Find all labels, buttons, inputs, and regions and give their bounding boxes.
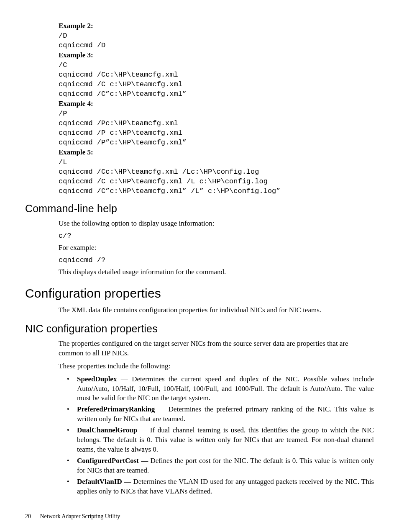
config-block: The XML data file contains configuration…: [59, 306, 374, 315]
property-name: SpeedDuplex: [77, 375, 117, 383]
command-line-help-block: Use the following option to display usag…: [59, 219, 374, 277]
examples-block: Example 2: /D cqniccmd /D Example 3: /C …: [59, 22, 374, 195]
heading-command-line-help: Command-line help: [25, 203, 374, 215]
property-item: DualChannelGroup — If dual channel teami…: [77, 426, 374, 455]
example-5-flag: /L: [59, 158, 374, 166]
nic-config-block: The properties configured on the target …: [59, 339, 374, 496]
page-number: 20: [25, 513, 31, 520]
example-5-label: Example 5:: [59, 148, 374, 157]
nicconfig-p1: The properties configured on the target …: [59, 339, 374, 358]
example-3-line: cqniccmd /C c:\HP\teamcfg.xml: [59, 80, 374, 88]
cmdhelp-option: c/?: [59, 232, 374, 240]
cmdhelp-outro: This displays detailed usage information…: [59, 267, 374, 277]
property-item: PreferedPrimaryRanking — Determines the …: [77, 405, 374, 424]
example-4-line: cqniccmd /P c:\HP\teamcfg.xml: [59, 129, 374, 137]
nicconfig-properties-list: SpeedDuplex — Determines the current spe…: [59, 375, 374, 496]
property-name: DualChannelGroup: [77, 426, 137, 434]
cmdhelp-example-cmd: cqniccmd /?: [59, 256, 374, 264]
example-2-line: cqniccmd /D: [59, 41, 374, 49]
cmdhelp-for-example: For example:: [59, 243, 374, 253]
property-desc: — Determines the current speed and duple…: [77, 375, 374, 402]
example-3-line: cqniccmd /C”c:\HP\teamcfg.xml”: [59, 90, 374, 98]
property-item: ConfiguredPortCost — Defines the port co…: [77, 456, 374, 475]
config-intro: The XML data file contains configuration…: [59, 306, 374, 315]
nicconfig-p2: These properties include the following:: [59, 362, 374, 371]
cmdhelp-intro: Use the following option to display usag…: [59, 219, 374, 229]
footer-title: Network Adapter Scripting Utility: [40, 513, 120, 519]
property-item: SpeedDuplex — Determines the current spe…: [77, 375, 374, 403]
example-3-flag: /C: [59, 61, 374, 69]
example-5-line: cqniccmd /C c:\HP\teamcfg.xml /L c:\HP\c…: [59, 177, 374, 185]
example-4-line: cqniccmd /Pc:\HP\teamcfg.xml: [59, 119, 374, 127]
example-4-label: Example 4:: [59, 100, 374, 108]
property-item: DefaultVlanID — Determines the VLAN ID u…: [77, 477, 374, 496]
example-3-line: cqniccmd /Cc:\HP\teamcfg.xml: [59, 71, 374, 79]
heading-configuration-properties: Configuration properties: [25, 286, 374, 301]
example-4-line: cqniccmd /P”c:\HP\teamcfg.xml”: [59, 139, 374, 146]
heading-nic-configuration-properties: NIC configuration properties: [25, 323, 374, 335]
property-name: ConfiguredPortCost: [77, 457, 139, 465]
example-2-label: Example 2:: [59, 22, 374, 30]
property-name: PreferedPrimaryRanking: [77, 405, 155, 413]
example-2-flag: /D: [59, 32, 374, 40]
example-3-label: Example 3:: [59, 51, 374, 59]
example-5-line: cqniccmd /C”c:\HP\teamcfg.xml” /L” c:\HP…: [59, 187, 374, 195]
example-5-line: cqniccmd /Cc:\HP\teamcfg.xml /Lc:\HP\con…: [59, 168, 374, 176]
page-footer: 20 Network Adapter Scripting Utility: [25, 513, 374, 520]
example-4-flag: /P: [59, 110, 374, 118]
property-name: DefaultVlanID: [77, 478, 122, 486]
